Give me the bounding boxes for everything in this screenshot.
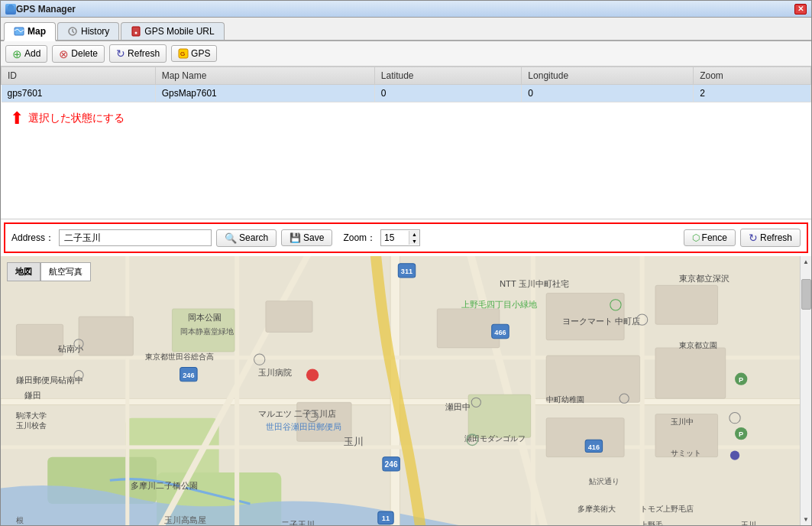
svg-text:466: 466 xyxy=(494,329,506,336)
svg-text:246: 246 xyxy=(183,372,194,379)
svg-text:駒澤大学: 駒澤大学 xyxy=(15,411,47,420)
delete-label: Delete xyxy=(71,48,98,59)
zoom-up-button[interactable]: ▲ xyxy=(409,231,419,238)
tab-map[interactable]: Map xyxy=(4,22,56,41)
svg-text:玉川高島屋: 玉川高島屋 xyxy=(164,515,206,524)
svg-rect-18 xyxy=(16,324,63,356)
window-icon xyxy=(5,4,16,15)
tab-gps-mobile-url[interactable]: GPS Mobile URL xyxy=(121,22,224,40)
tab-history[interactable]: History xyxy=(57,22,119,40)
fence-label: Fence xyxy=(702,232,727,243)
gps-label: GPS xyxy=(191,48,210,59)
svg-text:岡本静嘉堂緑地: 岡本静嘉堂緑地 xyxy=(180,327,234,336)
scroll-up-button[interactable]: ▲ xyxy=(803,256,809,268)
address-label: Address： xyxy=(11,232,54,245)
refresh-label: Refresh xyxy=(128,48,160,59)
svg-text:東京都立深沢: 東京都立深沢 xyxy=(679,274,730,283)
search-button[interactable]: 🔍 Search xyxy=(216,229,277,247)
svg-text:246: 246 xyxy=(385,460,398,469)
close-button[interactable]: ✕ xyxy=(794,4,807,15)
svg-rect-24 xyxy=(655,285,718,324)
save-button[interactable]: 💾 Save xyxy=(281,229,332,246)
zoom-spinners: ▲ ▼ xyxy=(409,231,419,245)
annotation-area: ⬆ 選択した状態にする xyxy=(1,102,811,135)
cell-latitude: 0 xyxy=(374,85,522,102)
map-scrollbar: ▲ ▼ xyxy=(800,256,811,525)
svg-rect-26 xyxy=(655,348,726,398)
zoom-control: ▲ ▼ xyxy=(380,229,420,246)
search-label: Search xyxy=(239,232,268,243)
svg-text:鎌田郵便局: 鎌田郵便局 xyxy=(16,375,58,385)
svg-text:玉川中: 玉川中 xyxy=(671,417,694,426)
svg-text:鎌田: 鎌田 xyxy=(24,391,41,400)
col-id: ID xyxy=(2,67,156,85)
gps-url-tab-icon xyxy=(131,26,141,37)
svg-text:世田谷瀬田田郵便局: 世田谷瀬田田郵便局 xyxy=(266,422,341,431)
svg-text:玉川校舎: 玉川校舎 xyxy=(16,421,47,430)
cell-longitude: 0 xyxy=(522,85,694,102)
refresh-button[interactable]: ↻ Refresh xyxy=(109,44,167,63)
col-zoom: Zoom xyxy=(694,67,811,85)
gps-button[interactable]: G GPS xyxy=(171,45,217,62)
delete-button[interactable]: ⊗ Delete xyxy=(52,45,105,63)
cell-map-name: GpsMap7601 xyxy=(155,85,374,102)
svg-text:311: 311 xyxy=(401,268,412,275)
svg-rect-2 xyxy=(132,27,140,36)
svg-text:玉川病院: 玉川病院 xyxy=(258,368,292,377)
svg-text:上野毛: 上野毛 xyxy=(640,521,663,525)
data-table-area: ID Map Name Latitude Longitude Zoom gps7… xyxy=(1,67,811,219)
svg-text:多摩川二子橋公園: 多摩川二子橋公園 xyxy=(131,481,198,490)
svg-rect-15 xyxy=(531,256,535,525)
cell-zoom: 2 xyxy=(694,85,811,102)
svg-text:中町幼稚園: 中町幼稚園 xyxy=(546,395,584,404)
zoom-down-button[interactable]: ▼ xyxy=(409,238,419,245)
map-type-aerial-button[interactable]: 航空写真 xyxy=(40,262,91,281)
tab-bar: Map History GPS Mobile URL xyxy=(1,18,811,41)
svg-rect-21 xyxy=(266,301,312,333)
col-map-name: Map Name xyxy=(155,67,374,85)
svg-point-56 xyxy=(306,369,319,381)
scroll-thumb[interactable] xyxy=(801,279,811,310)
save-icon: 💾 xyxy=(290,232,301,243)
svg-point-3 xyxy=(135,32,137,34)
map-tab-icon xyxy=(14,26,24,37)
zoom-label: Zoom： xyxy=(343,232,376,245)
svg-text:G: G xyxy=(180,50,185,57)
delete-icon: ⊗ xyxy=(59,48,69,60)
table-row[interactable]: gps7601 GpsMap7601 0 0 2 xyxy=(2,85,811,102)
svg-point-81 xyxy=(730,451,739,460)
search-icon: 🔍 xyxy=(225,232,237,244)
svg-text:玉川: 玉川 xyxy=(741,521,756,525)
scroll-down-button[interactable]: ▼ xyxy=(803,514,809,525)
svg-text:多摩美術大: 多摩美術大 xyxy=(577,505,616,513)
zoom-input[interactable] xyxy=(381,230,409,245)
svg-text:上野毛四丁目小緑地: 上野毛四丁目小緑地 xyxy=(461,300,537,309)
svg-text:瀬田モダンゴルフ: 瀬田モダンゴルフ xyxy=(464,434,526,443)
svg-rect-22 xyxy=(437,309,500,348)
map-type-map-button[interactable]: 地図 xyxy=(7,262,40,281)
add-icon: ⊕ xyxy=(12,48,22,60)
map-area[interactable]: 地図 航空写真 xyxy=(1,256,811,525)
map-refresh-icon: ↻ xyxy=(749,232,758,244)
add-button[interactable]: ⊕ Add xyxy=(5,45,47,63)
svg-text:瀬田中: 瀬田中 xyxy=(445,403,471,412)
map-refresh-label: Refresh xyxy=(760,232,792,243)
history-tab-icon xyxy=(67,26,78,37)
fence-button[interactable]: ⬡ Fence xyxy=(684,229,736,246)
col-longitude: Longitude xyxy=(522,67,694,85)
svg-text:鮎沢通り: 鮎沢通り xyxy=(589,477,620,485)
tab-history-label: History xyxy=(81,26,109,37)
map-refresh-button[interactable]: ↻ Refresh xyxy=(740,229,801,247)
title-bar: GPS Manager ✕ xyxy=(1,1,811,18)
svg-text:P: P xyxy=(739,376,743,384)
svg-text:岡本公園: 岡本公園 xyxy=(188,313,222,322)
svg-text:416: 416 xyxy=(588,443,600,451)
svg-text:サミット: サミット xyxy=(671,449,701,457)
tab-map-label: Map xyxy=(27,26,46,37)
svg-text:根: 根 xyxy=(16,516,24,524)
svg-text:P: P xyxy=(739,430,743,438)
address-input[interactable] xyxy=(59,229,212,246)
svg-text:11: 11 xyxy=(382,515,390,522)
svg-rect-10 xyxy=(1,398,811,404)
svg-rect-16 xyxy=(640,256,645,525)
